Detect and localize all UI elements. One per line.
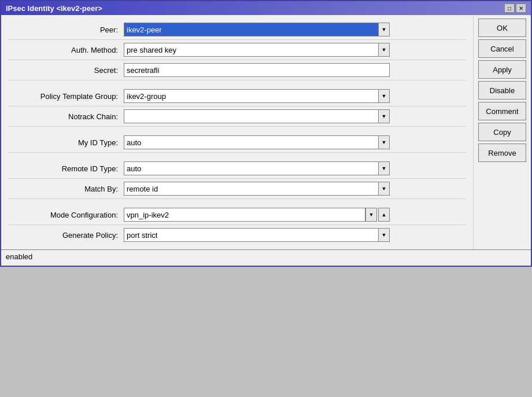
notrack-chain-dropdown-icon: ▼ [382,113,387,119]
peer-dropdown-icon: ▼ [382,27,387,32]
minimize-button[interactable]: □ [504,3,515,13]
secret-control-wrapper [124,63,390,77]
title-bar: IPsec Identity <ikev2-peer> □ ✕ [1,1,531,15]
remote-id-type-value[interactable]: auto [124,161,379,175]
auth-method-row: Auth. Method: pre shared key ▼ [8,40,466,60]
notrack-chain-value[interactable] [124,109,379,123]
window-title: IPsec Identity <ikev2-peer> [6,4,102,13]
cancel-button[interactable]: Cancel [478,39,526,58]
peer-label: Peer: [8,25,124,34]
generate-policy-row: Generate Policy: port strict ▼ [8,225,466,245]
comment-button[interactable]: Comment [478,102,526,120]
auth-method-control-wrapper: pre shared key ▼ [124,43,390,57]
peer-dropdown-button[interactable]: ▼ [378,23,390,36]
peer-value[interactable]: ikev2-peer [124,23,379,36]
main-window: IPsec Identity <ikev2-peer> □ ✕ Peer: ik… [0,0,532,267]
my-id-type-row: My ID Type: auto ▼ [8,133,466,153]
ok-button[interactable]: OK [478,19,526,37]
title-bar-buttons: □ ✕ [504,3,526,13]
match-by-dropdown-icon: ▼ [382,186,387,192]
policy-template-group-dropdown-icon: ▼ [382,93,387,99]
status-bar: enabled [1,249,531,266]
peer-control-wrapper: ikev2-peer ▼ [124,23,390,36]
policy-template-group-row: Policy Template Group: ikev2-group ▼ [8,86,466,106]
apply-button[interactable]: Apply [478,60,526,79]
mode-configuration-dropdown-button[interactable]: ▼ [365,208,377,222]
my-id-type-dropdown-icon: ▼ [382,139,387,145]
notrack-chain-control-wrapper: ▼ [124,109,390,123]
mode-configuration-value[interactable]: vpn_ip-ikev2 [124,208,365,222]
my-id-type-label: My ID Type: [8,138,124,147]
remote-id-type-row: Remote ID Type: auto ▼ [8,159,466,179]
secret-label: Secret: [8,66,124,75]
spacer-3 [8,153,466,159]
my-id-type-dropdown-button[interactable]: ▼ [378,135,390,149]
match-by-dropdown-button[interactable]: ▼ [378,182,390,196]
remote-id-type-dropdown-icon: ▼ [382,166,387,171]
notrack-chain-row: Notrack Chain: ▼ [8,106,466,127]
status-text: enabled [6,252,32,261]
peer-row: Peer: ikev2-peer ▼ [8,20,466,40]
spacer-2 [8,127,466,133]
disable-button[interactable]: Disable [478,81,526,100]
match-by-label: Match By: [8,185,124,193]
mode-configuration-up-button[interactable]: ▲ [378,208,390,222]
secret-row: Secret: [8,60,466,80]
mode-configuration-dropdown-icon: ▼ [369,212,374,218]
sidebar-buttons: OK Cancel Apply Disable Comment Copy Rem… [473,15,531,249]
mode-configuration-control-wrapper: vpn_ip-ikev2 ▼ ▲ [124,208,390,222]
generate-policy-dropdown-button[interactable]: ▼ [378,228,390,242]
policy-template-group-dropdown-button[interactable]: ▼ [378,89,390,103]
generate-policy-dropdown-icon: ▼ [382,232,387,238]
policy-template-group-label: Policy Template Group: [8,92,124,101]
auth-method-label: Auth. Method: [8,46,124,54]
match-by-row: Match By: remote id ▼ [8,179,466,199]
remote-id-type-label: Remote ID Type: [8,164,124,173]
spacer-1 [8,80,466,86]
close-button[interactable]: ✕ [516,3,526,13]
policy-template-group-value[interactable]: ikev2-group [124,89,379,103]
policy-template-group-control-wrapper: ikev2-group ▼ [124,89,390,103]
generate-policy-label: Generate Policy: [8,231,124,240]
auth-method-dropdown-icon: ▼ [382,47,387,53]
match-by-control-wrapper: remote id ▼ [124,182,390,196]
remove-button[interactable]: Remove [478,144,526,162]
my-id-type-value[interactable]: auto [124,135,379,149]
secret-input[interactable] [124,63,390,77]
generate-policy-control-wrapper: port strict ▼ [124,228,390,242]
match-by-value[interactable]: remote id [124,182,379,196]
spacer-4 [8,199,466,205]
auth-method-dropdown-button[interactable]: ▼ [378,43,390,57]
auth-method-value[interactable]: pre shared key [124,43,379,57]
remote-id-type-control-wrapper: auto ▼ [124,161,390,175]
generate-policy-value[interactable]: port strict [124,228,379,242]
remote-id-type-dropdown-button[interactable]: ▼ [378,161,390,175]
mode-configuration-row: Mode Configuration: vpn_ip-ikev2 ▼ ▲ [8,205,466,225]
my-id-type-control-wrapper: auto ▼ [124,135,390,149]
notrack-chain-dropdown-button[interactable]: ▼ [378,109,390,123]
window-body: Peer: ikev2-peer ▼ Auth. Method: pre sha… [1,15,531,249]
form-area: Peer: ikev2-peer ▼ Auth. Method: pre sha… [1,15,473,249]
notrack-chain-label: Notrack Chain: [8,112,124,121]
copy-button[interactable]: Copy [478,123,526,141]
mode-configuration-up-icon: ▲ [382,212,387,218]
mode-configuration-label: Mode Configuration: [8,211,124,219]
